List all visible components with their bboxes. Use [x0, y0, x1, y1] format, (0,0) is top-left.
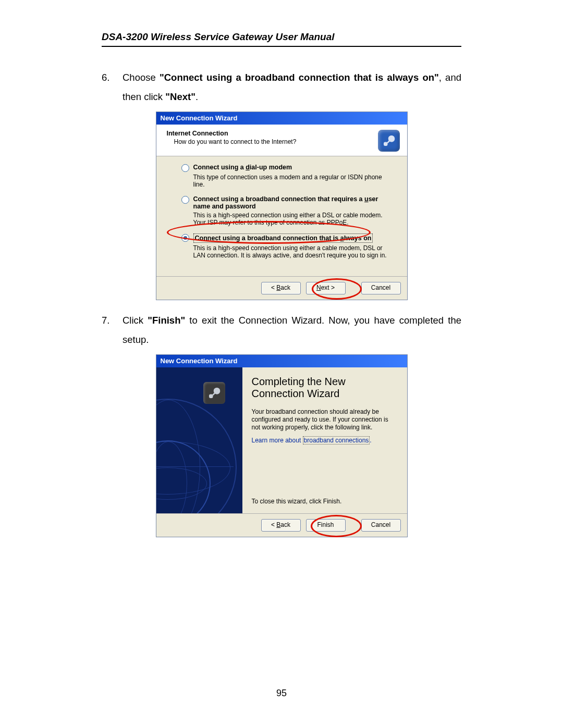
- document-page: DSA-3200 Wireless Service Gateway User M…: [0, 0, 563, 728]
- radio-icon: [181, 196, 189, 204]
- radio-option-dialup[interactable]: Connect using a dial-up modem: [181, 164, 391, 172]
- radio-icon: [181, 234, 189, 242]
- new-connection-wizard-finish: New Connection Wizard Completing the New…: [156, 354, 408, 537]
- broadband-link[interactable]: broadband connections: [303, 436, 370, 445]
- dialog-titlebar: New Connection Wizard: [156, 112, 407, 125]
- dialog-header-title: Internet Connection: [167, 130, 378, 137]
- new-connection-wizard: New Connection Wizard Internet Connectio…: [156, 112, 408, 300]
- next-button[interactable]: Next >: [306, 282, 346, 294]
- dialog-header: Internet Connection How do you want to c…: [156, 125, 407, 156]
- radio-description: This is a high-speed connection using ei…: [193, 244, 391, 259]
- dialog-footer: < Back Finish Cancel: [156, 513, 407, 537]
- step-text: Click "Finish" to exit the Connection Wi…: [123, 311, 461, 349]
- step-text: Choose "Connect using a broadband connec…: [123, 68, 461, 106]
- back-button[interactable]: < Back: [261, 519, 301, 532]
- finish-button[interactable]: Finish: [306, 519, 346, 532]
- dialog-body: Completing the New Connection Wizard You…: [156, 367, 407, 513]
- instruction-step: 6. Choose "Connect using a broadband con…: [102, 68, 461, 106]
- radio-description: This type of connection uses a modem and…: [193, 174, 391, 188]
- connection-icon: [378, 130, 400, 152]
- instruction-step: 7. Click "Finish" to exit the Connection…: [102, 311, 461, 349]
- radio-icon: [181, 164, 189, 172]
- cancel-button[interactable]: Cancel: [361, 282, 401, 294]
- radio-option-broadband-auth[interactable]: Connect using a broadband connection tha…: [181, 195, 391, 210]
- cancel-button[interactable]: Cancel: [361, 519, 401, 532]
- dialog-titlebar: New Connection Wizard: [156, 355, 407, 367]
- completion-description: Your broadband connection should already…: [252, 408, 397, 431]
- step-number: 6.: [102, 68, 112, 106]
- radio-description: This is a high-speed connection using ei…: [193, 212, 391, 226]
- page-number: 95: [0, 688, 563, 699]
- dialog-body: Connect using a dial-up modem This type …: [156, 156, 407, 276]
- completion-title: Completing the New Connection Wizard: [252, 376, 397, 400]
- back-button[interactable]: < Back: [261, 282, 301, 294]
- radio-option-broadband-always[interactable]: Connect using a broadband connection tha…: [181, 233, 391, 243]
- selected-radio-label: Connect using a broadband connection tha…: [193, 233, 373, 243]
- document-header: DSA-3200 Wireless Service Gateway User M…: [102, 31, 461, 47]
- dialog-footer: < Back Next > Cancel: [156, 276, 407, 300]
- learn-more-row: Learn more about broadband connections.: [252, 437, 397, 444]
- wizard-sidebar-graphic: [156, 367, 242, 513]
- dialog-header-subtitle: How do you want to connect to the Intern…: [167, 138, 378, 145]
- close-instruction: To close this wizard, click Finish.: [252, 498, 397, 505]
- connection-icon: [203, 382, 225, 404]
- step-number: 7.: [102, 311, 112, 349]
